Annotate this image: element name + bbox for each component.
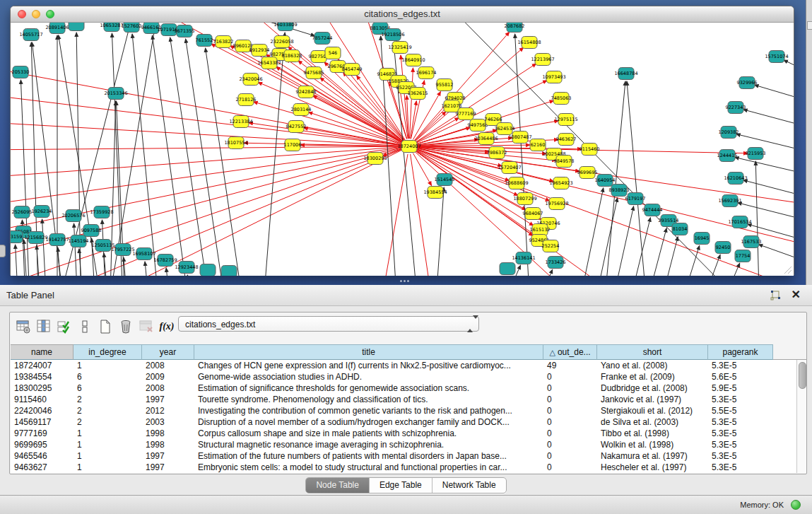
graph-node-label: 9475685 bbox=[304, 70, 324, 76]
show-columns-icon[interactable] bbox=[35, 317, 53, 336]
column-header-year[interactable]: year bbox=[142, 344, 194, 360]
row-height-icon[interactable] bbox=[76, 317, 94, 336]
column-header-title[interactable]: title bbox=[194, 344, 543, 360]
table-cell: 1997 bbox=[142, 394, 194, 405]
table-row[interactable]: 2242004622012Investigating the contribut… bbox=[11, 405, 796, 416]
graph-node-label: 16033809 bbox=[273, 23, 297, 28]
graph-node-label: 20206576 bbox=[61, 213, 85, 218]
graph-node-label: 16154808 bbox=[517, 40, 541, 45]
table-cell: Investigating the contribution of common… bbox=[194, 405, 543, 416]
graph-node-label: 12325419 bbox=[388, 45, 411, 50]
graph-edge bbox=[755, 161, 760, 276]
table-mode-icon[interactable] bbox=[14, 317, 33, 336]
table-cell: 1 bbox=[73, 428, 142, 439]
window-title: citations_edges.txt bbox=[11, 8, 794, 19]
graph-node-label: 9463627 bbox=[556, 136, 577, 142]
column-header-name[interactable]: name bbox=[11, 344, 73, 360]
delete-column-icon[interactable] bbox=[117, 317, 135, 336]
table-cell: Genome-wide association studies in ADHD. bbox=[194, 371, 543, 382]
graph-node-label: 1527602 bbox=[122, 23, 142, 29]
select-rows-icon[interactable] bbox=[55, 317, 73, 336]
table-cell: 0 bbox=[543, 394, 597, 405]
graph-node-label: 10653287 bbox=[100, 23, 123, 28]
graph-node-label: 7857244 bbox=[312, 35, 333, 41]
split-pane-divider[interactable] bbox=[400, 280, 413, 284]
window-titlebar[interactable]: citations_edges.txt bbox=[11, 6, 794, 23]
table-cell: Tourette syndrome. Phenomenology and cla… bbox=[194, 394, 543, 405]
table-row[interactable]: 1872400712008Changes of HCN gene express… bbox=[11, 360, 796, 371]
graph-node-label: 16543382 bbox=[257, 60, 281, 66]
graph-node-label: 2526095 bbox=[12, 209, 33, 215]
graph-node-label: 10807487 bbox=[508, 134, 531, 140]
table-row[interactable]: 1456911722003Disruption of a novel membe… bbox=[11, 416, 796, 428]
graph-node-label: 18107554 bbox=[224, 140, 247, 146]
graph-node-label: 16958107 bbox=[132, 251, 155, 257]
table-cell: Embryonic stem cells: a model to study s… bbox=[194, 462, 543, 473]
graph-edge bbox=[16, 245, 19, 276]
column-header-out-de[interactable]: △out_de... bbox=[543, 344, 597, 360]
graph-node-label: 14136141 bbox=[512, 255, 535, 261]
table-row[interactable]: 946362711997Embryonic stem cells: a mode… bbox=[11, 462, 796, 473]
table-row[interactable]: 1938455462009Genome-wide association stu… bbox=[11, 371, 796, 382]
table-row[interactable]: 946554611997Estimation of the future num… bbox=[11, 450, 796, 462]
collapsed-control-panel-handle[interactable] bbox=[0, 245, 6, 257]
graph-node-label: 9671355 bbox=[175, 28, 195, 34]
graph-node-label: 746266 bbox=[485, 117, 502, 122]
table-header-row: namein_degreeyeartitle△out_de...shortpag… bbox=[11, 344, 773, 360]
scrollbar-thumb[interactable] bbox=[799, 362, 806, 389]
table-select-dropdown[interactable]: citations_edges.txt bbox=[178, 316, 479, 332]
collapsed-results-panel[interactable] bbox=[806, 0, 812, 285]
table-vertical-scrollbar[interactable] bbox=[796, 360, 806, 473]
graph-node[interactable] bbox=[500, 263, 515, 275]
table-cell: Estimation of significance thresholds fo… bbox=[194, 382, 543, 394]
graph-node-label: 10688609 bbox=[505, 180, 528, 186]
function-builder-icon[interactable]: f(x) bbox=[158, 317, 176, 336]
table-cell: 0 bbox=[543, 439, 597, 450]
graph-node-label: 17359928 bbox=[90, 209, 113, 215]
graph-edge bbox=[124, 257, 129, 276]
table-cell: 5.3E-5 bbox=[708, 394, 773, 405]
table-cell: 5.3E-5 bbox=[708, 360, 773, 371]
graph-node[interactable] bbox=[200, 264, 216, 276]
column-header-short[interactable]: short bbox=[597, 344, 708, 360]
tab-network-table[interactable]: Network Table bbox=[433, 478, 506, 493]
table-row[interactable]: 1830029562008Estimation of significance … bbox=[11, 382, 796, 394]
table-toolbar: f(x) bbox=[14, 316, 178, 337]
new-column-icon[interactable] bbox=[96, 317, 114, 336]
network-view-window[interactable]: citations_edges.txt 18724007716382289601… bbox=[10, 6, 794, 276]
graph-node[interactable] bbox=[221, 266, 237, 276]
graph-node-label: 20891406 bbox=[45, 25, 69, 30]
table-cell: 1 bbox=[73, 360, 142, 371]
panel-restore-icon[interactable] bbox=[807, 21, 812, 30]
graph-node-label: 14055717 bbox=[19, 32, 42, 37]
graph-edge bbox=[58, 247, 63, 276]
table-row[interactable]: 911546021997Tourette syndrome. Phenomeno… bbox=[11, 394, 796, 405]
column-header-in-degree[interactable]: in_degree bbox=[73, 344, 142, 360]
table-cell: 5.6E-5 bbox=[708, 371, 773, 382]
network-canvas[interactable]: 1872400771638228960128891293423226058982… bbox=[11, 23, 794, 276]
tab-node-table[interactable]: Node Table bbox=[306, 478, 370, 493]
table-row[interactable]: 977716911998Corpus callosum shape and si… bbox=[11, 428, 796, 439]
graph-node-label: 955812 bbox=[436, 82, 454, 88]
table-cell: 2003 bbox=[142, 416, 194, 428]
graph-edge bbox=[206, 48, 245, 276]
column-header-pagerank[interactable]: pagerank bbox=[708, 344, 773, 360]
graph-node-label: 23226058 bbox=[270, 39, 293, 45]
table-row[interactable]: 969969511998Structural magnetic resonanc… bbox=[11, 439, 796, 450]
close-icon[interactable]: ✕ bbox=[792, 288, 801, 301]
graph-edge bbox=[743, 110, 794, 133]
graph-node-label: 16210643 bbox=[724, 175, 747, 181]
float-window-icon[interactable] bbox=[770, 290, 781, 301]
attribute-browser: f(x) citations_edges.txt namein_degreeye… bbox=[9, 312, 807, 474]
table-cell: 2 bbox=[73, 394, 142, 405]
graph-node-label: 8912934 bbox=[249, 47, 270, 53]
table-cell: 1 bbox=[73, 450, 142, 462]
graph-node-label: 8427552 bbox=[286, 124, 307, 129]
window-resize-grip[interactable] bbox=[782, 264, 792, 274]
graph-node[interactable] bbox=[69, 23, 84, 31]
tab-edge-table[interactable]: Edge Table bbox=[370, 478, 433, 493]
graph-node-label: 15692391 bbox=[718, 198, 741, 204]
graph-edge bbox=[411, 154, 435, 276]
graph-node-label: 1362615 bbox=[408, 90, 428, 96]
delete-table-icon bbox=[137, 317, 155, 336]
